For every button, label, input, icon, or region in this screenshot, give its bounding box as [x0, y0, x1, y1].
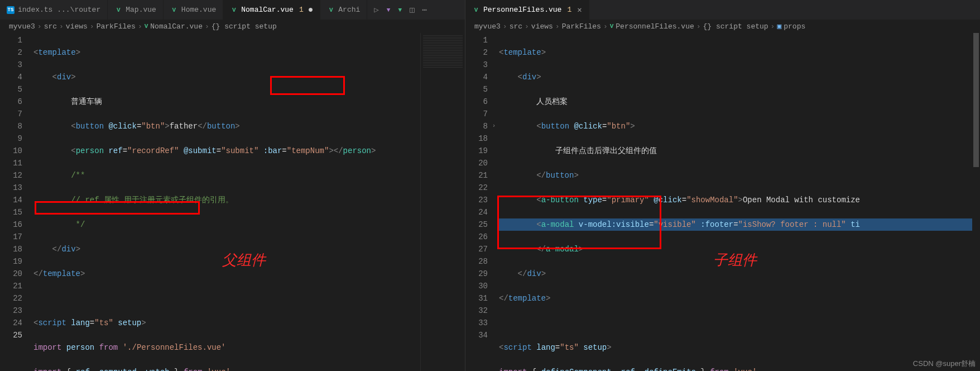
vue-icon: V [170, 6, 178, 14]
vue-icon: V [327, 6, 335, 14]
breadcrumb-left[interactable]: myvue3› src› views› ParkFiles› VNomalCar… [0, 20, 465, 33]
vue-icon: V [230, 6, 238, 14]
crumb[interactable]: myvue3 [474, 22, 501, 31]
vue-icon: V [114, 6, 122, 14]
extension-icon[interactable]: ▼ [398, 7, 402, 13]
tab-bar-right: VPersonnelFiles.vue1✕ [465, 0, 980, 20]
editor-left[interactable]: 1234567891011121314151617181920212223242… [0, 33, 465, 371]
crumb[interactable]: src [510, 22, 522, 31]
tab-bar-left: TSindex.ts ...\router VMap.vue VHome.vue… [0, 0, 465, 20]
tab-personnelfiles-vue[interactable]: VPersonnelFiles.vue1✕ [465, 0, 589, 20]
run-icon[interactable]: ▷ [374, 5, 378, 15]
tab-label: Map.vue [126, 6, 156, 14]
crumb[interactable]: {} script setup [703, 22, 768, 31]
vue-icon: V [610, 23, 614, 30]
line-gutter: 12345678›1819202122232425262728293031323… [465, 33, 499, 371]
tab-label: index.ts ...\router [18, 6, 100, 14]
crumb[interactable]: ParkFiles [562, 22, 601, 31]
crumb[interactable]: ParkFiles [97, 22, 136, 31]
editor-toolbar: ▷ ▼ ▼ ◫ ⋯ [367, 0, 434, 20]
tab-label: Archi [338, 6, 360, 14]
crumb[interactable]: src [44, 22, 57, 31]
tab-index-ts[interactable]: TSindex.ts ...\router [0, 0, 108, 20]
unsaved-dot-icon: ● [308, 5, 314, 15]
tab-map-vue[interactable]: VMap.vue [108, 0, 164, 20]
code-area-left[interactable]: <template> <div> 普通车辆 <button @click="bt… [33, 33, 420, 371]
scrollbar[interactable] [972, 33, 980, 371]
tab-home-vue[interactable]: VHome.vue [164, 0, 223, 20]
tab-archi[interactable]: VArchi [320, 0, 367, 20]
watermark: CSDN @super舒楠 [913, 359, 976, 369]
typescript-icon: TS [7, 6, 15, 14]
tab-label: PersonnelFiles.vue [483, 6, 561, 14]
tab-nomalcar-vue[interactable]: VNomalCar.vue1● [223, 0, 320, 20]
editor-right[interactable]: 12345678›1819202122232425262728293031323… [465, 33, 980, 371]
more-icon[interactable]: ⋯ [422, 5, 426, 15]
modified-badge: 1 [299, 6, 304, 14]
crumb[interactable]: NomalCar.vue [150, 22, 203, 31]
symbol-icon: ▣ [777, 22, 781, 31]
crumb[interactable]: PersonnelFiles.vue [616, 22, 694, 31]
tab-label: NomalCar.vue [241, 6, 294, 14]
crumb[interactable]: views [66, 22, 88, 31]
extension-icon[interactable]: ▼ [387, 7, 391, 13]
left-editor-pane: TSindex.ts ...\router VMap.vue VHome.vue… [0, 0, 465, 371]
fold-icon[interactable]: › [492, 120, 496, 132]
line-gutter: 1234567891011121314151617181920212223242… [0, 33, 33, 371]
close-icon[interactable]: ✕ [577, 5, 582, 15]
crumb[interactable]: props [784, 22, 805, 31]
vue-icon: V [472, 6, 480, 14]
breadcrumb-right[interactable]: myvue3› src› views› ParkFiles› VPersonne… [465, 20, 980, 33]
tab-label: Home.vue [181, 6, 216, 14]
right-editor-pane: VPersonnelFiles.vue1✕ myvue3› src› views… [465, 0, 980, 371]
code-area-right[interactable]: <template> <div> 人员档案 <button @click="bt… [499, 33, 972, 371]
vue-icon: V [145, 23, 148, 30]
minimap[interactable] [420, 33, 465, 371]
modified-badge: 1 [567, 6, 571, 14]
crumb[interactable]: {} script setup [212, 22, 277, 31]
crumb[interactable]: views [531, 22, 553, 31]
split-editor-icon[interactable]: ◫ [410, 5, 414, 15]
crumb[interactable]: myvue3 [9, 22, 35, 31]
